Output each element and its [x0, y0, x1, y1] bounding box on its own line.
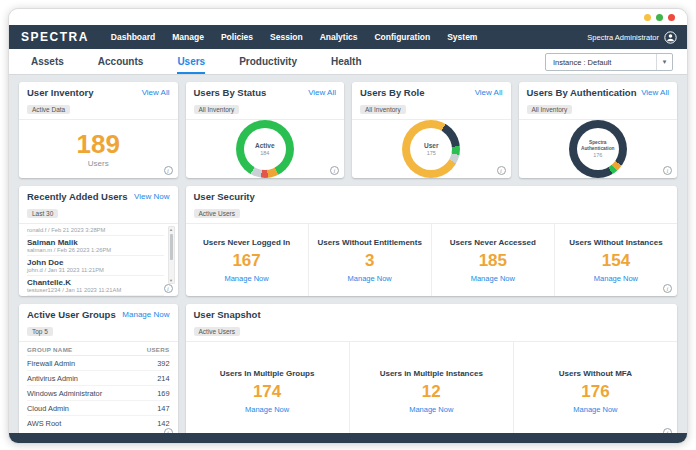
manage-now-link[interactable]: Manage Now — [409, 405, 453, 414]
manage-now-link[interactable]: Manage Now — [122, 310, 169, 319]
menu-item-analytics[interactable]: Analytics — [320, 32, 358, 42]
card-users-by-status: Users By Status All Inventory View All A… — [186, 82, 345, 178]
donut-center: Active 184 — [236, 120, 294, 178]
menu-item-policies[interactable]: Policies — [221, 32, 253, 42]
groups-table-header: GROUP NAME USERS — [27, 344, 170, 356]
table-row: Antivirus Admin 214 — [27, 371, 170, 386]
close-button[interactable] — [668, 14, 675, 21]
card-recently-added-users: Recently Added Users Last 30 View Now ro… — [19, 186, 178, 296]
tab-productivity[interactable]: Productivity — [239, 49, 297, 74]
user-menu[interactable]: Spectra Administrator — [587, 31, 677, 44]
user-row-name: Chantelle.K — [27, 278, 164, 287]
card-header: Recently Added Users Last 30 View Now — [19, 186, 178, 224]
table-row: AWS Root 142 — [27, 416, 170, 430]
view-all-link[interactable]: View All — [308, 88, 336, 97]
info-icon[interactable]: i — [164, 166, 173, 175]
recent-users-list: ronald.f / Feb 21 2023 3:28PM Salman Mal… — [19, 224, 178, 296]
menu-item-session[interactable]: Session — [270, 32, 303, 42]
menu-item-manage[interactable]: Manage — [172, 32, 204, 42]
list-item: Chantelle.K testuser1234 / Jan 11 2023 1… — [27, 276, 164, 296]
filter-badge: Active Users — [194, 327, 240, 336]
metric-label: Users Never Accessed — [450, 238, 536, 247]
filter-badge: All Inventory — [527, 105, 573, 114]
view-all-link[interactable]: View All — [475, 88, 503, 97]
table-row: Cloud Admin 147 — [27, 401, 170, 416]
metric-users-in-multiple-instances: Users in Multiple Instances 12 Manage No… — [349, 342, 513, 433]
window-titlebar — [9, 9, 687, 25]
scrollbar-thumb[interactable] — [170, 234, 173, 260]
page-background: SPECTRA Dashboard Manage Policies Sessio… — [0, 0, 696, 450]
donut-center-label: User — [424, 142, 438, 149]
manage-now-link[interactable]: Manage Now — [471, 274, 515, 283]
users-by-status-donut-chart: Active 184 — [236, 120, 294, 178]
tab-users[interactable]: Users — [177, 49, 205, 74]
group-name: AWS Root — [27, 419, 61, 428]
metric-value: 12 — [422, 383, 441, 400]
vertical-scrollbar[interactable]: ▲ ▼ — [168, 226, 175, 284]
list-item: ronald.f / Feb 21 2023 3:28PM — [27, 225, 164, 236]
footer-bar — [9, 433, 687, 443]
view-all-link[interactable]: View All — [142, 88, 170, 97]
menu-item-configuration[interactable]: Configuration — [374, 32, 430, 42]
manage-now-link[interactable]: Manage Now — [573, 405, 617, 414]
metric-users-never-accessed: Users Never Accessed 185 Manage Now — [431, 224, 554, 296]
manage-now-link[interactable]: Manage Now — [348, 274, 392, 283]
scroll-down-icon[interactable]: ▼ — [169, 278, 174, 283]
tab-assets[interactable]: Assets — [31, 49, 64, 74]
filter-badge: Last 30 — [27, 209, 58, 218]
filter-badge: All Inventory — [360, 105, 406, 114]
table-row: Windows Administrator 169 — [27, 386, 170, 401]
metric-users-in-multiple-groups: Users In Multiple Groups 174 Manage Now — [186, 342, 349, 433]
info-icon[interactable]: i — [164, 284, 173, 293]
top-navbar: SPECTRA Dashboard Manage Policies Sessio… — [9, 25, 687, 49]
metric-value: 174 — [253, 383, 281, 400]
user-row-meta: ronald.f / Feb 21 2023 3:28PM — [27, 227, 164, 233]
users-by-authentication-donut-chart: Spectra Authentication 176 — [569, 120, 627, 178]
info-icon[interactable]: i — [663, 166, 672, 175]
card-active-user-groups: Active User Groups Top 5 Manage Now GROU… — [19, 304, 178, 433]
user-row-name: John Doe — [27, 258, 164, 267]
card-title: User Security — [194, 191, 670, 202]
group-name: Antivirus Admin — [27, 374, 78, 383]
card-user-security: User Security Active Users Users Never L… — [186, 186, 678, 296]
view-all-link[interactable]: View All — [641, 88, 669, 97]
menu-item-dashboard[interactable]: Dashboard — [111, 32, 155, 42]
group-name: Windows Administrator — [27, 389, 102, 398]
info-icon[interactable]: i — [164, 428, 173, 433]
donut-center-label: Spectra Authentication — [580, 140, 616, 151]
minimize-button[interactable] — [644, 14, 651, 21]
scroll-up-icon[interactable]: ▲ — [169, 227, 174, 232]
user-inventory-unit: Users — [88, 159, 109, 168]
view-now-link[interactable]: View Now — [134, 192, 169, 201]
manage-now-link[interactable]: Manage Now — [594, 274, 638, 283]
card-users-by-role: Users By Role All Inventory View All Use… — [352, 82, 511, 178]
metric-users-without-entitlements: Users Without Entitlements 3 Manage Now — [308, 224, 431, 296]
group-users-count: 392 — [157, 359, 169, 368]
column-header-users: USERS — [147, 346, 170, 353]
metric-users-never-logged-in: Users Never Logged In 167 Manage Now — [186, 224, 308, 296]
group-users-count: 169 — [157, 389, 169, 398]
main-menu: Dashboard Manage Policies Session Analyt… — [111, 32, 478, 42]
group-name: Firewall Admin — [27, 359, 75, 368]
card-header: Active User Groups Top 5 Manage Now — [19, 304, 178, 342]
donut-center-value: 184 — [260, 150, 269, 156]
maximize-button[interactable] — [656, 14, 663, 21]
list-item: Salman Malik salman.m / Feb 26 2023 1:26… — [27, 236, 164, 256]
metric-value: 3 — [365, 252, 374, 269]
instance-selector[interactable]: Instance : Default ▾ — [545, 53, 673, 71]
filter-badge: Active Users — [194, 209, 240, 218]
info-icon[interactable]: i — [497, 166, 506, 175]
section-tabbar: Assets Accounts Users Productivity Healt… — [9, 49, 687, 75]
donut-center-label: Active — [255, 142, 275, 149]
info-icon[interactable]: i — [330, 166, 339, 175]
manage-now-link[interactable]: Manage Now — [245, 405, 289, 414]
info-icon[interactable]: i — [663, 428, 672, 433]
metric-label: Users Without MFA — [559, 369, 632, 378]
group-users-count: 142 — [157, 419, 169, 428]
menu-item-system[interactable]: System — [447, 32, 477, 42]
tab-accounts[interactable]: Accounts — [98, 49, 144, 74]
info-icon[interactable]: i — [663, 284, 672, 293]
tab-health[interactable]: Health — [331, 49, 362, 74]
manage-now-link[interactable]: Manage Now — [224, 274, 268, 283]
user-avatar-icon — [664, 31, 677, 44]
